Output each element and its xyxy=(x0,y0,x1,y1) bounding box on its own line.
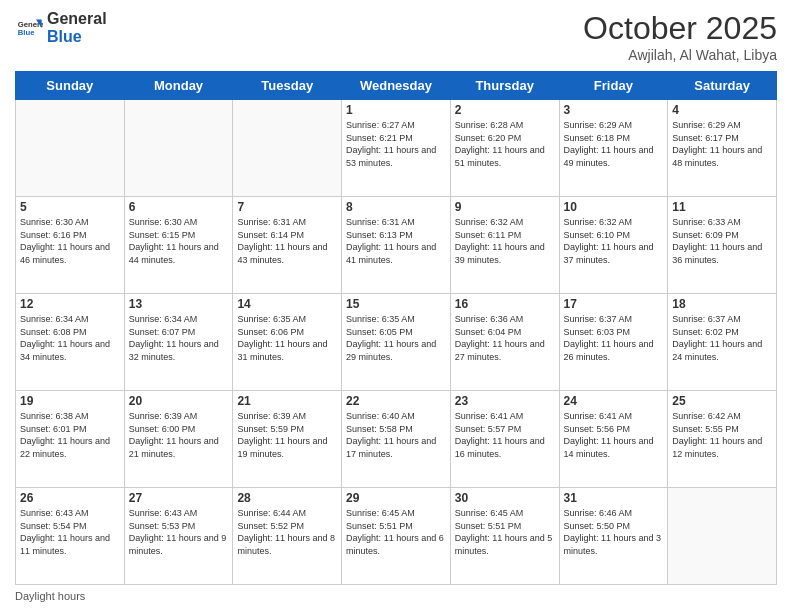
day-number: 1 xyxy=(346,103,446,117)
calendar-cell: 16Sunrise: 6:36 AM Sunset: 6:04 PM Dayli… xyxy=(450,294,559,391)
day-info: Sunrise: 6:37 AM Sunset: 6:02 PM Dayligh… xyxy=(672,313,772,363)
logo-icon: General Blue xyxy=(15,14,43,42)
daylight-label: Daylight hours xyxy=(15,590,85,602)
location-subtitle: Awjilah, Al Wahat, Libya xyxy=(583,47,777,63)
day-number: 9 xyxy=(455,200,555,214)
logo-general: General xyxy=(47,10,107,28)
calendar-cell xyxy=(668,488,777,585)
day-info: Sunrise: 6:34 AM Sunset: 6:08 PM Dayligh… xyxy=(20,313,120,363)
calendar-header-thursday: Thursday xyxy=(450,72,559,100)
calendar-cell: 15Sunrise: 6:35 AM Sunset: 6:05 PM Dayli… xyxy=(342,294,451,391)
calendar-cell: 27Sunrise: 6:43 AM Sunset: 5:53 PM Dayli… xyxy=(124,488,233,585)
calendar-header-wednesday: Wednesday xyxy=(342,72,451,100)
day-info: Sunrise: 6:27 AM Sunset: 6:21 PM Dayligh… xyxy=(346,119,446,169)
day-info: Sunrise: 6:43 AM Sunset: 5:53 PM Dayligh… xyxy=(129,507,229,557)
day-info: Sunrise: 6:36 AM Sunset: 6:04 PM Dayligh… xyxy=(455,313,555,363)
day-number: 29 xyxy=(346,491,446,505)
day-info: Sunrise: 6:39 AM Sunset: 5:59 PM Dayligh… xyxy=(237,410,337,460)
calendar-cell xyxy=(233,100,342,197)
logo: General Blue General Blue xyxy=(15,10,107,45)
day-number: 6 xyxy=(129,200,229,214)
day-info: Sunrise: 6:35 AM Sunset: 6:05 PM Dayligh… xyxy=(346,313,446,363)
calendar-cell: 21Sunrise: 6:39 AM Sunset: 5:59 PM Dayli… xyxy=(233,391,342,488)
title-section: October 2025 Awjilah, Al Wahat, Libya xyxy=(583,10,777,63)
calendar-cell: 4Sunrise: 6:29 AM Sunset: 6:17 PM Daylig… xyxy=(668,100,777,197)
day-number: 30 xyxy=(455,491,555,505)
header: General Blue General Blue October 2025 A… xyxy=(15,10,777,63)
day-info: Sunrise: 6:31 AM Sunset: 6:13 PM Dayligh… xyxy=(346,216,446,266)
calendar-week-3: 12Sunrise: 6:34 AM Sunset: 6:08 PM Dayli… xyxy=(16,294,777,391)
day-number: 21 xyxy=(237,394,337,408)
calendar-cell: 12Sunrise: 6:34 AM Sunset: 6:08 PM Dayli… xyxy=(16,294,125,391)
calendar-cell xyxy=(16,100,125,197)
calendar-cell: 3Sunrise: 6:29 AM Sunset: 6:18 PM Daylig… xyxy=(559,100,668,197)
day-number: 4 xyxy=(672,103,772,117)
day-number: 17 xyxy=(564,297,664,311)
day-info: Sunrise: 6:39 AM Sunset: 6:00 PM Dayligh… xyxy=(129,410,229,460)
day-number: 26 xyxy=(20,491,120,505)
day-info: Sunrise: 6:29 AM Sunset: 6:18 PM Dayligh… xyxy=(564,119,664,169)
logo-text: General Blue xyxy=(47,10,107,45)
calendar-cell: 24Sunrise: 6:41 AM Sunset: 5:56 PM Dayli… xyxy=(559,391,668,488)
calendar-cell: 18Sunrise: 6:37 AM Sunset: 6:02 PM Dayli… xyxy=(668,294,777,391)
calendar-header-monday: Monday xyxy=(124,72,233,100)
day-number: 14 xyxy=(237,297,337,311)
day-info: Sunrise: 6:42 AM Sunset: 5:55 PM Dayligh… xyxy=(672,410,772,460)
calendar-cell: 8Sunrise: 6:31 AM Sunset: 6:13 PM Daylig… xyxy=(342,197,451,294)
day-info: Sunrise: 6:32 AM Sunset: 6:10 PM Dayligh… xyxy=(564,216,664,266)
logo-blue: Blue xyxy=(47,28,107,46)
calendar-week-1: 1Sunrise: 6:27 AM Sunset: 6:21 PM Daylig… xyxy=(16,100,777,197)
calendar-cell xyxy=(124,100,233,197)
day-info: Sunrise: 6:46 AM Sunset: 5:50 PM Dayligh… xyxy=(564,507,664,557)
day-number: 3 xyxy=(564,103,664,117)
calendar-cell: 13Sunrise: 6:34 AM Sunset: 6:07 PM Dayli… xyxy=(124,294,233,391)
day-info: Sunrise: 6:41 AM Sunset: 5:56 PM Dayligh… xyxy=(564,410,664,460)
day-number: 25 xyxy=(672,394,772,408)
calendar-cell: 29Sunrise: 6:45 AM Sunset: 5:51 PM Dayli… xyxy=(342,488,451,585)
calendar-cell: 2Sunrise: 6:28 AM Sunset: 6:20 PM Daylig… xyxy=(450,100,559,197)
day-info: Sunrise: 6:30 AM Sunset: 6:15 PM Dayligh… xyxy=(129,216,229,266)
day-info: Sunrise: 6:44 AM Sunset: 5:52 PM Dayligh… xyxy=(237,507,337,557)
day-number: 20 xyxy=(129,394,229,408)
calendar-cell: 19Sunrise: 6:38 AM Sunset: 6:01 PM Dayli… xyxy=(16,391,125,488)
day-info: Sunrise: 6:38 AM Sunset: 6:01 PM Dayligh… xyxy=(20,410,120,460)
calendar-header-saturday: Saturday xyxy=(668,72,777,100)
day-number: 23 xyxy=(455,394,555,408)
calendar-cell: 31Sunrise: 6:46 AM Sunset: 5:50 PM Dayli… xyxy=(559,488,668,585)
calendar-cell: 25Sunrise: 6:42 AM Sunset: 5:55 PM Dayli… xyxy=(668,391,777,488)
day-info: Sunrise: 6:31 AM Sunset: 6:14 PM Dayligh… xyxy=(237,216,337,266)
day-number: 16 xyxy=(455,297,555,311)
month-title: October 2025 xyxy=(583,10,777,47)
day-info: Sunrise: 6:43 AM Sunset: 5:54 PM Dayligh… xyxy=(20,507,120,557)
day-number: 12 xyxy=(20,297,120,311)
calendar-cell: 17Sunrise: 6:37 AM Sunset: 6:03 PM Dayli… xyxy=(559,294,668,391)
calendar-cell: 10Sunrise: 6:32 AM Sunset: 6:10 PM Dayli… xyxy=(559,197,668,294)
calendar-cell: 23Sunrise: 6:41 AM Sunset: 5:57 PM Dayli… xyxy=(450,391,559,488)
calendar-cell: 20Sunrise: 6:39 AM Sunset: 6:00 PM Dayli… xyxy=(124,391,233,488)
day-info: Sunrise: 6:28 AM Sunset: 6:20 PM Dayligh… xyxy=(455,119,555,169)
day-info: Sunrise: 6:37 AM Sunset: 6:03 PM Dayligh… xyxy=(564,313,664,363)
calendar-cell: 14Sunrise: 6:35 AM Sunset: 6:06 PM Dayli… xyxy=(233,294,342,391)
calendar-cell: 6Sunrise: 6:30 AM Sunset: 6:15 PM Daylig… xyxy=(124,197,233,294)
calendar-cell: 7Sunrise: 6:31 AM Sunset: 6:14 PM Daylig… xyxy=(233,197,342,294)
calendar-table: SundayMondayTuesdayWednesdayThursdayFrid… xyxy=(15,71,777,585)
day-number: 28 xyxy=(237,491,337,505)
day-number: 11 xyxy=(672,200,772,214)
calendar-cell: 26Sunrise: 6:43 AM Sunset: 5:54 PM Dayli… xyxy=(16,488,125,585)
day-info: Sunrise: 6:41 AM Sunset: 5:57 PM Dayligh… xyxy=(455,410,555,460)
day-number: 18 xyxy=(672,297,772,311)
svg-text:Blue: Blue xyxy=(18,28,35,37)
day-info: Sunrise: 6:40 AM Sunset: 5:58 PM Dayligh… xyxy=(346,410,446,460)
day-number: 2 xyxy=(455,103,555,117)
day-number: 8 xyxy=(346,200,446,214)
day-info: Sunrise: 6:35 AM Sunset: 6:06 PM Dayligh… xyxy=(237,313,337,363)
calendar-week-2: 5Sunrise: 6:30 AM Sunset: 6:16 PM Daylig… xyxy=(16,197,777,294)
day-number: 13 xyxy=(129,297,229,311)
calendar-header-friday: Friday xyxy=(559,72,668,100)
calendar-cell: 22Sunrise: 6:40 AM Sunset: 5:58 PM Dayli… xyxy=(342,391,451,488)
day-info: Sunrise: 6:30 AM Sunset: 6:16 PM Dayligh… xyxy=(20,216,120,266)
day-info: Sunrise: 6:33 AM Sunset: 6:09 PM Dayligh… xyxy=(672,216,772,266)
calendar-cell: 1Sunrise: 6:27 AM Sunset: 6:21 PM Daylig… xyxy=(342,100,451,197)
calendar-cell: 11Sunrise: 6:33 AM Sunset: 6:09 PM Dayli… xyxy=(668,197,777,294)
day-info: Sunrise: 6:29 AM Sunset: 6:17 PM Dayligh… xyxy=(672,119,772,169)
